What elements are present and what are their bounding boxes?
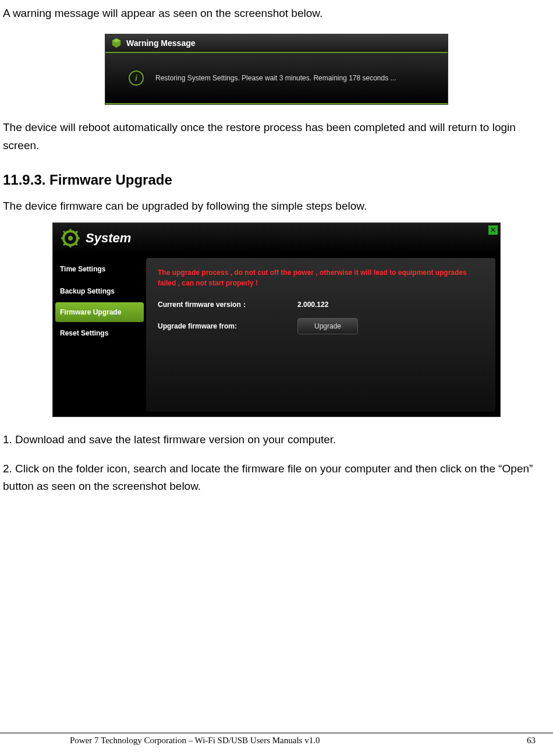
system-dialog-header: System [53,223,500,253]
sidebar-item-reset-settings[interactable]: Reset Settings [53,322,146,344]
sidebar-item-time-settings[interactable]: Time Settings [53,258,146,280]
gear-icon [61,229,80,248]
label-current-version: Current firmware version： [158,300,274,310]
upgrade-warning-text: The upgrade process , do not cut off the… [158,267,484,288]
system-content-panel: The upgrade process , do not cut off the… [146,258,495,412]
system-dialog-screenshot: ✕ System Time Settings Backup Settings F… [52,222,501,417]
sidebar-item-firmware-upgrade[interactable]: Firmware Upgrade [55,302,144,322]
intro-paragraph: A warning message will appear as seen on… [3,5,550,22]
cube-icon [111,38,122,48]
footer-page-number: 63 [527,736,553,746]
page-footer: Power 7 Technology Corporation – Wi-Fi S… [0,733,553,746]
system-sidebar: Time Settings Backup Settings Firmware U… [53,253,146,416]
step-1-paragraph: 1. Download and save the latest firmware… [3,431,550,448]
warning-dialog-title: Warning Message [126,38,196,48]
svg-line-10 [63,243,66,245]
after-warning-paragraph: The device will reboot automatically onc… [3,119,550,154]
value-current-version: 2.000.122 [297,301,328,309]
sidebar-item-backup-settings[interactable]: Backup Settings [53,280,146,302]
step-2-paragraph: 2. Click on the folder icon, search and … [3,460,550,496]
warning-dialog-screenshot: Warning Message i Restoring System Setti… [105,34,448,105]
svg-line-8 [63,231,66,234]
svg-line-11 [75,231,77,234]
svg-point-3 [68,236,73,241]
firmware-intro-paragraph: The device firmware can be upgraded by f… [3,197,550,215]
label-upgrade-from: Upgrade firmware from: [158,322,274,330]
close-icon[interactable]: ✕ [488,225,498,235]
warning-dialog-message: Restoring System Settings. Please wait 3… [155,74,396,82]
row-upgrade-from: Upgrade firmware from: Upgrade [158,318,484,334]
footer-doc-title: Power 7 Technology Corporation – Wi-Fi S… [0,736,320,746]
svg-line-9 [75,243,77,245]
section-heading: 11.9.3. Firmware Upgrade [3,172,550,188]
upgrade-button[interactable]: Upgrade [297,318,358,334]
warning-dialog-body: i Restoring System Settings. Please wait… [105,53,448,104]
info-icon: i [129,70,144,86]
row-current-version: Current firmware version： 2.000.122 [158,300,484,310]
system-dialog-title: System [86,231,131,246]
warning-dialog-header: Warning Message [105,34,448,53]
